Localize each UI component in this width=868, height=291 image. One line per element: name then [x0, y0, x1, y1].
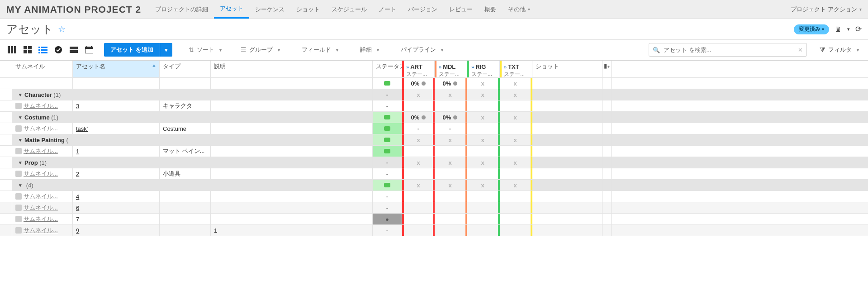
view-calendar-icon[interactable] — [83, 44, 95, 56]
col-asset-name[interactable]: アセット名 ▲ — [73, 61, 160, 77]
asset-mdl-cell[interactable] — [435, 146, 467, 157]
group-row[interactable]: ▾Character (1)-xxxx — [0, 89, 868, 100]
thumbnail-cell[interactable]: サムネイル... — [12, 225, 73, 236]
asset-shot-cell[interactable] — [532, 225, 602, 236]
asset-shot-cell[interactable] — [532, 100, 602, 111]
asset-type-cell[interactable] — [160, 214, 211, 224]
group-row[interactable]: ▾Costume (1)0%0%xx — [0, 112, 868, 123]
asset-rig-cell[interactable] — [467, 146, 500, 157]
nav-tab[interactable]: プロジェクトの詳細 — [149, 0, 214, 19]
asset-status-cell[interactable] — [373, 123, 402, 134]
col-thumbnail[interactable]: サムネイル — [12, 61, 73, 77]
asset-name-cell[interactable]: 7 — [73, 214, 160, 224]
col-step-txt[interactable]: »TXT ステー... — [500, 61, 532, 77]
view-rows-icon[interactable] — [68, 44, 80, 56]
group-row[interactable]: ▾Matte Painting (xxxx — [0, 134, 868, 146]
col-step-art[interactable]: »ART ステー... — [402, 61, 435, 77]
col-step-rig[interactable]: »RIG ステー... — [467, 61, 500, 77]
nav-tab[interactable]: その他▾ — [502, 0, 536, 19]
asset-row[interactable]: サムネイル...6- — [0, 202, 868, 214]
asset-art-cell[interactable] — [402, 191, 435, 202]
asset-row[interactable]: サムネイル...2小道具- — [0, 168, 868, 180]
asset-shot-cell[interactable] — [532, 168, 602, 179]
asset-name-cell[interactable]: 3 — [73, 100, 160, 111]
col-shot[interactable]: ショット — [532, 61, 602, 77]
asset-art-cell[interactable]: - — [402, 123, 435, 134]
asset-name-cell[interactable]: 1 — [73, 146, 160, 157]
col-type[interactable]: タイプ — [160, 61, 211, 77]
search-input[interactable] — [663, 46, 798, 54]
asset-art-cell[interactable] — [402, 202, 435, 213]
asset-status-cell[interactable]: - — [373, 191, 402, 202]
asset-shot-cell[interactable] — [532, 202, 602, 213]
filter-button[interactable]: ⧩ フィルタ ▾ — [817, 46, 862, 54]
row-select-header[interactable] — [0, 61, 12, 77]
asset-mdl-cell[interactable] — [435, 191, 467, 202]
asset-rig-cell[interactable] — [467, 100, 500, 111]
project-action-menu[interactable]: プロジェクト アクション ▾ — [791, 5, 862, 14]
asset-mdl-cell[interactable] — [435, 168, 467, 179]
asset-mdl-cell[interactable] — [435, 100, 467, 111]
asset-desc-cell[interactable] — [211, 123, 373, 134]
asset-txt-cell[interactable] — [500, 146, 532, 157]
asset-desc-cell[interactable] — [211, 202, 373, 213]
asset-shot-cell[interactable] — [532, 123, 602, 134]
nav-tab[interactable]: アセット — [214, 0, 249, 19]
thumbnail-cell[interactable]: サムネイル... — [12, 123, 73, 134]
view-list-icon[interactable] — [37, 44, 49, 56]
asset-txt-cell[interactable] — [500, 100, 532, 111]
asset-name-cell[interactable]: task' — [73, 123, 160, 134]
asset-txt-cell[interactable] — [500, 123, 532, 134]
nav-tab[interactable]: レビュー — [443, 0, 479, 19]
asset-desc-cell[interactable]: 1 — [211, 225, 373, 236]
asset-status-cell[interactable]: - — [373, 168, 402, 179]
nav-tab[interactable]: バージョン — [402, 0, 443, 19]
asset-txt-cell[interactable] — [500, 214, 532, 224]
asset-shot-cell[interactable] — [532, 214, 602, 224]
asset-row[interactable]: サムネイル...7● — [0, 214, 868, 225]
asset-art-cell[interactable] — [402, 225, 435, 236]
asset-desc-cell[interactable] — [211, 100, 373, 111]
add-asset-dropdown[interactable]: ▾ — [160, 43, 172, 57]
chevron-down-icon[interactable]: ▾ — [847, 26, 850, 32]
star-icon[interactable]: ☆ — [58, 24, 66, 34]
asset-name-cell[interactable]: 4 — [73, 191, 160, 202]
fields-button[interactable]: フィールド ▾ — [299, 43, 341, 57]
thumbnail-cell[interactable]: サムネイル... — [12, 191, 73, 202]
nav-tab[interactable]: シーケンス — [249, 0, 290, 19]
asset-status-cell[interactable]: ● — [373, 214, 402, 224]
asset-mdl-cell[interactable] — [435, 214, 467, 224]
thumbnail-cell[interactable]: サムネイル... — [12, 168, 73, 179]
asset-row[interactable]: サムネイル...91- — [0, 225, 868, 236]
asset-txt-cell[interactable] — [500, 168, 532, 179]
asset-art-cell[interactable] — [402, 214, 435, 224]
asset-type-cell[interactable] — [160, 225, 211, 236]
thumbnail-cell[interactable]: サムネイル... — [12, 202, 73, 213]
asset-type-cell[interactable] — [160, 202, 211, 213]
asset-name-cell[interactable]: 9 — [73, 225, 160, 236]
nav-tab[interactable]: 概要 — [479, 0, 502, 19]
asset-name-cell[interactable]: 2 — [73, 168, 160, 179]
asset-rig-cell[interactable] — [467, 214, 500, 224]
asset-rig-cell[interactable] — [467, 123, 500, 134]
asset-desc-cell[interactable] — [211, 168, 373, 179]
asset-status-cell[interactable] — [373, 146, 402, 157]
asset-status-cell[interactable]: - — [373, 100, 402, 111]
asset-status-cell[interactable]: - — [373, 225, 402, 236]
clear-icon[interactable]: ✕ — [798, 47, 803, 53]
pipeline-button[interactable]: パイプライン ▾ — [398, 43, 446, 57]
group-button[interactable]: ☰ グループ ▾ — [238, 43, 283, 57]
view-column-icon[interactable] — [6, 44, 18, 56]
asset-txt-cell[interactable] — [500, 202, 532, 213]
thumbnail-cell[interactable]: サムネイル... — [12, 100, 73, 111]
asset-row[interactable]: サムネイル...task'Costume-- — [0, 123, 868, 134]
asset-type-cell[interactable] — [160, 191, 211, 202]
group-row[interactable]: ▾ (4)xxxx — [0, 180, 868, 191]
view-tasks-icon[interactable] — [52, 44, 64, 56]
asset-rig-cell[interactable] — [467, 225, 500, 236]
sort-button[interactable]: ⇅ ソート ▾ — [186, 43, 224, 57]
asset-shot-cell[interactable] — [532, 191, 602, 202]
asset-row[interactable]: サムネイル...1マット ペイン... — [0, 146, 868, 157]
asset-art-cell[interactable] — [402, 100, 435, 111]
asset-desc-cell[interactable] — [211, 214, 373, 224]
